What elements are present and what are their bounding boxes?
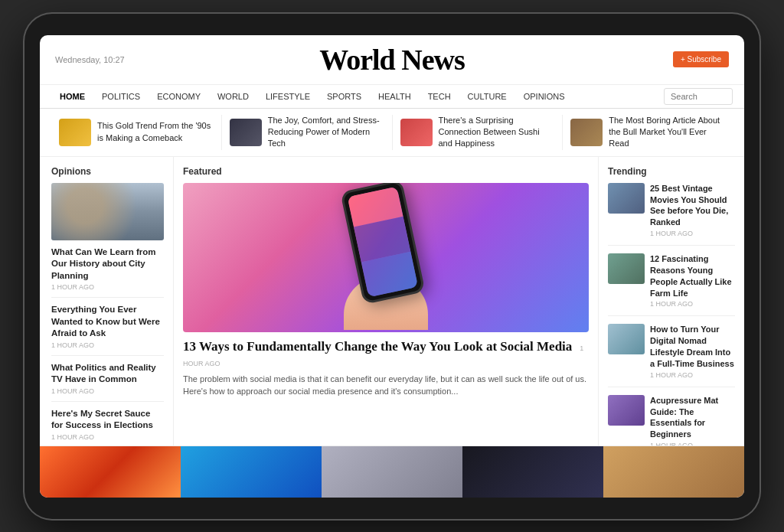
main-nav: HOME POLITICS ECONOMY WORLD LIFESTYLE SP… xyxy=(40,85,744,109)
trending-time-2: 1 HOUR AGO xyxy=(650,300,735,308)
bottom-image-2 xyxy=(181,446,322,498)
ticker-text-3: There's a Surprising Connection Between … xyxy=(439,115,555,150)
ticker-item-3[interactable]: There's a Surprising Connection Between … xyxy=(393,115,564,150)
trending-time-1: 1 HOUR AGO xyxy=(650,230,735,237)
nav-item-sports[interactable]: SPORTS xyxy=(318,85,370,108)
opinions-image xyxy=(51,183,164,240)
trending-info-2: 12 Fascinating Reasons Young People Actu… xyxy=(650,253,735,308)
trending-thumb-2 xyxy=(608,253,645,284)
opinion-title-3: What Politics and Reality TV Have in Com… xyxy=(51,362,164,386)
ticker-thumb-tech xyxy=(230,119,262,146)
bottom-image-4 xyxy=(462,446,603,498)
nav-item-tech[interactable]: TECH xyxy=(420,85,459,108)
bottom-image-1 xyxy=(40,446,181,498)
ticker-text-2: The Joy, Comfort, and Stress-Reducing Po… xyxy=(268,115,384,150)
nav-item-lifestyle[interactable]: LIFESTYLE xyxy=(257,85,318,108)
opinion-time-2: 1 HOUR AGO xyxy=(51,341,164,349)
trending-info-3: How to Turn Your Digital Nomad Lifestyle… xyxy=(650,324,735,378)
featured-image xyxy=(183,183,589,332)
trending-title-1: 25 Best Vintage Movies You Should See be… xyxy=(650,183,735,228)
ticker-text-4: The Most Boring Article About the Bull M… xyxy=(609,115,725,150)
opinion-article-1[interactable]: What Can We Learn from Our History about… xyxy=(51,246,164,299)
trending-column: Trending 25 Best Vintage Movies You Shou… xyxy=(599,157,744,446)
ticker-thumb-sushi xyxy=(400,119,433,146)
nav-item-home[interactable]: HOME xyxy=(51,85,93,108)
nav-item-politics[interactable]: POLITICS xyxy=(93,85,149,108)
trending-label: Trending xyxy=(608,166,735,177)
opinion-time-4: 1 HOUR AGO xyxy=(51,433,164,441)
trending-info-1: 25 Best Vintage Movies You Should See be… xyxy=(650,183,735,237)
tablet-frame: Wednesday, 10:27 World News + Subscribe … xyxy=(24,14,760,519)
ticker-text-1: This Gold Trend From the '90s is Making … xyxy=(97,120,214,144)
featured-article[interactable]: 13 Ways to Fundamentally Change the Way … xyxy=(183,338,589,398)
phone-illustration xyxy=(340,184,432,330)
nav-item-economy[interactable]: ECONOMY xyxy=(149,85,209,108)
trending-item-2[interactable]: 12 Fascinating Reasons Young People Actu… xyxy=(608,253,735,316)
bottom-image-3 xyxy=(322,446,462,498)
featured-image-overlay xyxy=(183,183,589,332)
search-input[interactable] xyxy=(664,88,733,105)
nav-item-culture[interactable]: CULTURE xyxy=(459,85,515,108)
nav-item-opinions[interactable]: OPINIONS xyxy=(515,85,573,108)
trending-info-4: Acupressure Mat Guide: The Essentials fo… xyxy=(650,395,735,446)
trending-time-3: 1 HOUR AGO xyxy=(650,371,735,379)
main-content: Opinions What Can We Learn from Our Hist… xyxy=(40,157,744,446)
ticker-item-2[interactable]: The Joy, Comfort, and Stress-Reducing Po… xyxy=(222,115,393,150)
trending-thumb-1 xyxy=(608,183,645,214)
opinion-title-2: Everything You Ever Wanted to Know but W… xyxy=(51,304,164,340)
nav-item-world[interactable]: WORLD xyxy=(209,85,257,108)
trending-item-4[interactable]: Acupressure Mat Guide: The Essentials fo… xyxy=(608,395,735,446)
trending-title-2: 12 Fascinating Reasons Young People Actu… xyxy=(650,253,735,299)
bottom-image-strip xyxy=(40,446,744,498)
header-date: Wednesday, 10:27 xyxy=(55,55,125,64)
trending-title-3: How to Turn Your Digital Nomad Lifestyle… xyxy=(650,324,735,369)
trending-thumb-4 xyxy=(608,395,645,426)
featured-column: Featured xyxy=(174,157,599,446)
trending-title-4: Acupressure Mat Guide: The Essentials fo… xyxy=(650,395,735,440)
trending-item-1[interactable]: 25 Best Vintage Movies You Should See be… xyxy=(608,183,735,246)
ticker-thumb-bull xyxy=(570,119,603,146)
opinion-article-2[interactable]: Everything You Ever Wanted to Know but W… xyxy=(51,304,164,356)
opinions-image-inner xyxy=(51,183,164,240)
featured-article-title: 13 Ways to Fundamentally Change the Way … xyxy=(183,339,572,354)
subscribe-button[interactable]: + Subscribe xyxy=(673,51,729,67)
opinion-time-1: 1 HOUR AGO xyxy=(51,283,164,291)
ticker-thumb-gold xyxy=(59,119,91,146)
featured-label: Featured xyxy=(183,166,589,177)
ticker-item-1[interactable]: This Gold Trend From the '90s is Making … xyxy=(51,115,222,150)
phone-shape xyxy=(340,183,425,305)
phone-screen xyxy=(348,187,418,298)
opinions-label: Opinions xyxy=(51,166,164,177)
tablet-screen: Wednesday, 10:27 World News + Subscribe … xyxy=(40,35,744,498)
site-header: Wednesday, 10:27 World News + Subscribe xyxy=(40,35,744,85)
bottom-image-5 xyxy=(603,446,744,498)
nav-items: HOME POLITICS ECONOMY WORLD LIFESTYLE SP… xyxy=(51,85,573,108)
featured-description: The problem with social media is that it… xyxy=(183,373,589,398)
site-title: World News xyxy=(319,43,465,77)
opinion-article-4[interactable]: Here's My Secret Sauce for Success in El… xyxy=(51,408,164,446)
opinion-title-4: Here's My Secret Sauce for Success in El… xyxy=(51,408,164,432)
opinions-column: Opinions What Can We Learn from Our Hist… xyxy=(40,157,174,446)
trending-item-3[interactable]: How to Turn Your Digital Nomad Lifestyle… xyxy=(608,324,735,387)
ticker-item-4[interactable]: The Most Boring Article About the Bull M… xyxy=(563,115,733,150)
trending-thumb-3 xyxy=(608,324,645,354)
opinion-article-3[interactable]: What Politics and Reality TV Have in Com… xyxy=(51,362,164,402)
nav-item-health[interactable]: HEALTH xyxy=(370,85,420,108)
ticker-strip: This Gold Trend From the '90s is Making … xyxy=(40,109,744,157)
opinion-title-1: What Can We Learn from Our History about… xyxy=(51,246,164,282)
opinion-time-3: 1 HOUR AGO xyxy=(51,387,164,395)
